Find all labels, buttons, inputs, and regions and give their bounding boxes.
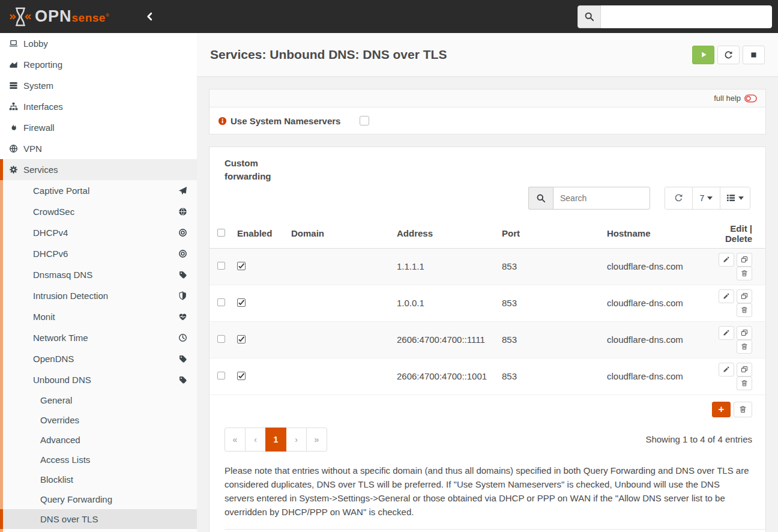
sidebar-item-system[interactable]: System [0,75,197,96]
stop-service-button[interactable] [743,46,765,64]
delete-button[interactable] [737,267,752,280]
sidebar-item-dhcpv6[interactable]: DHCPv6 [0,243,197,264]
grid-search-input[interactable] [553,187,650,210]
start-service-button[interactable] [692,46,714,64]
clone-button[interactable] [737,253,752,267]
trash-icon [741,343,748,350]
row-select-checkbox[interactable] [217,298,225,306]
column-header-edit-delete[interactable]: Edit | Delete [710,219,765,249]
sidebar-item-label: Intrusion Detection [33,291,108,301]
row-select-checkbox[interactable] [217,262,225,270]
global-search [577,5,772,28]
global-search-input[interactable] [600,5,772,28]
stop-icon [750,51,758,59]
select-all-checkbox[interactable] [217,229,225,237]
edit-button[interactable] [719,253,734,267]
sidebar-item-interfaces[interactable]: Interfaces [0,96,197,117]
sidebar-item-blocklist[interactable]: Blocklist [0,470,197,489]
sidebar-item-crowdsec[interactable]: CrowdSec [0,201,197,222]
row-select-checkbox[interactable] [217,335,225,343]
sidebar-item-unbound-dns[interactable]: Unbound DNS [0,369,197,390]
sidebar-item-services[interactable]: Services [0,159,197,180]
registered-mark: ® [106,13,109,18]
sidebar-item-access-lists[interactable]: Access Lists [0,450,197,470]
port-cell: 853 [497,285,602,321]
enabled-checkbox[interactable] [237,372,246,380]
sidebar-item-reporting[interactable]: Reporting [0,54,197,75]
sidebar-item-label: Query Forwarding [40,494,112,504]
clone-button[interactable] [737,326,752,340]
sidebar-item-query-forwarding[interactable]: Query Forwarding [0,489,197,509]
add-entry-button[interactable]: + [712,402,731,417]
sidebar-item-overrides[interactable]: Overrides [0,410,197,430]
pagination-prev[interactable]: ‹ [245,428,266,452]
sidebar-item-label: Network Time [33,333,88,343]
grid-refresh-button[interactable] [665,187,693,209]
clone-icon [741,292,748,300]
caret-down-icon [738,196,744,200]
full-help-toggle[interactable] [744,94,757,103]
sidebar-item-label: Captive Portal [33,186,89,196]
column-header-domain[interactable]: Domain [286,219,392,249]
column-selector-dropdown[interactable] [720,187,750,209]
pagination-page[interactable]: 1 [265,428,286,452]
opnsense-logo[interactable]: OPNsense® [10,6,109,28]
sidebar-item-general[interactable]: General [0,390,197,410]
column-header-enabled[interactable]: Enabled [232,219,286,249]
search-icon [577,5,600,28]
edit-button[interactable] [719,326,734,340]
column-header-address[interactable]: Address [392,219,497,249]
heartbeat-icon [178,312,187,321]
service-actions [692,46,765,64]
delete-selected-button[interactable] [734,402,752,417]
sidebar-item-dhcpv4[interactable]: DHCPv4 [0,222,197,243]
clone-button[interactable] [737,289,752,303]
edit-button[interactable] [719,363,734,376]
clone-button[interactable] [737,363,752,376]
sidebar-item-label: CrowdSec [33,207,74,217]
pencil-icon [723,329,730,336]
pagination-next[interactable]: › [286,428,307,452]
sidebar-item-dnsmasq-dns[interactable]: Dnsmasq DNS [0,264,197,285]
sidebar-item-intrusion-detection[interactable]: Intrusion Detection [0,285,197,306]
pagination-last[interactable]: » [306,428,327,452]
sidebar-item-opendns[interactable]: OpenDNS [0,348,197,369]
row-select-checkbox[interactable] [217,372,225,379]
sidebar-item-captive-portal[interactable]: Captive Portal [0,180,197,201]
delete-button[interactable] [737,303,752,317]
restart-service-button[interactable] [717,46,740,64]
sidebar-item-advanced[interactable]: Advanced [0,430,197,450]
enabled-checkbox[interactable] [237,298,246,307]
enabled-checkbox[interactable] [237,335,246,343]
sidebar-item-lobby[interactable]: Lobby [0,33,197,54]
column-header-hostname[interactable]: Hostname [602,219,710,249]
column-header-port[interactable]: Port [497,219,602,249]
sidebar-item-firewall[interactable]: Firewall [0,117,197,138]
page-header: Services: Unbound DNS: DNS over TLS [197,33,778,77]
sidebar-item-label: Dnsmasq DNS [33,270,92,280]
list-columns-icon [726,193,735,202]
info-icon[interactable] [218,116,227,125]
hostname-cell: cloudflare-dns.com [602,358,710,394]
bullseye-icon [178,249,187,258]
delete-button[interactable] [737,376,752,390]
sidebar-item-dns-over-tls[interactable]: DNS over TLS [0,509,197,529]
sidebar-item-vpn[interactable]: VPN [0,138,197,159]
page-size-dropdown[interactable]: 7 [693,187,720,209]
sidebar-item-network-time[interactable]: Network Time [0,327,197,348]
area-chart-icon [9,60,23,69]
enabled-checkbox[interactable] [237,262,246,270]
sidebar-item-label: DHCPv4 [33,228,68,238]
edit-button[interactable] [719,289,734,303]
globe-icon [9,144,23,153]
sidebar-item-label: Access Lists [40,455,90,465]
delete-button[interactable] [737,340,752,354]
trash-icon [739,405,747,413]
use-system-nameservers-checkbox[interactable] [360,116,369,125]
sidebar-item-label: VPN [23,144,42,154]
sidebar-item-monit[interactable]: Monit [0,306,197,327]
sidebar-collapse-button[interactable] [145,12,154,21]
laptop-icon [9,39,23,48]
pagination-first[interactable]: « [225,428,246,452]
refresh-icon [724,50,733,59]
